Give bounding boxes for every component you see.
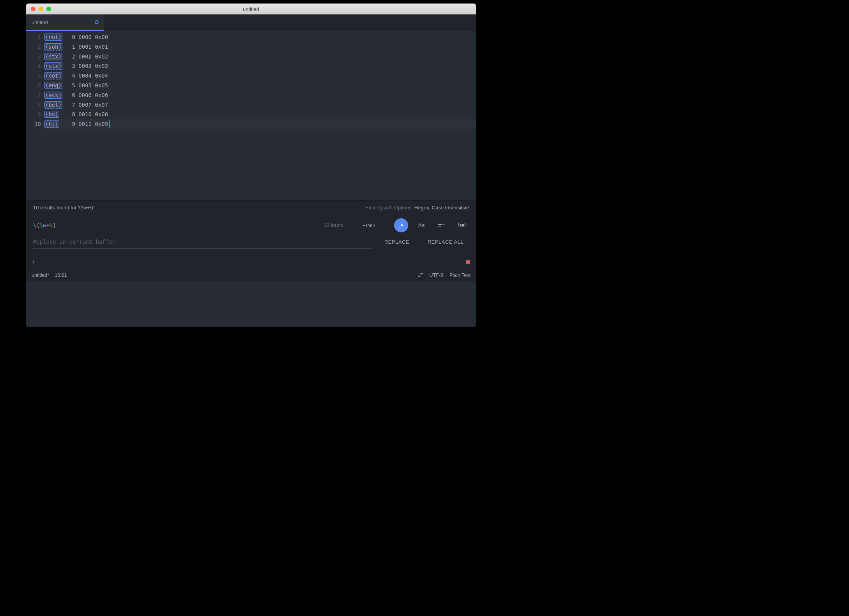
minimize-window-button[interactable] [39,7,43,11]
code-line[interactable]: (ht) 9 0011 0x09 [45,119,476,129]
find-and-replace-panel: 10 results found for '\(\w+\)' Finding w… [26,200,476,255]
code-line[interactable]: (stx) 2 0002 0x02 [45,52,476,62]
svg-rect-4 [465,223,465,227]
code-text: 9 0011 0x09 [59,121,108,127]
find-row: \(\w+\) 10 found FIND .* Aa [26,214,476,235]
search-match-highlight: (etx) [44,62,62,69]
status-line-ending[interactable]: LF [417,273,423,278]
find-count-badge: 10 found [324,222,343,228]
code-line[interactable]: (ack) 6 0006 0x06 [45,90,476,100]
line-number: 8 [26,100,45,110]
case-icon: Aa [418,222,424,228]
code-text: 8 0010 0x08 [59,111,108,117]
text-editor[interactable]: 12345678910 (nul) 0 0000 0x00(soh) 1 000… [26,31,476,200]
regex-toggle[interactable]: .* [394,218,408,232]
close-window-button[interactable] [31,7,35,11]
svg-rect-2 [438,226,441,227]
line-number: 5 [26,71,45,81]
code-text: 3 0003 0x03 [62,63,108,69]
zoom-window-button[interactable] [46,7,51,11]
editor-window: untitled untitled 12345678910 (nul) 0 00… [26,4,476,327]
code-line[interactable]: (enq) 5 0005 0x05 [45,81,476,90]
line-number: 6 [26,81,45,90]
replace-all-button[interactable]: REPLACE ALL [422,236,469,248]
find-option-icons: .* Aa [394,218,469,232]
search-match-highlight: (soh) [44,43,62,50]
selection-icon [438,223,445,228]
status-right: LF UTF-8 Plain Text [417,273,470,278]
titlebar: untitled [26,4,476,14]
line-number: 10 [26,119,45,129]
tab-untitled[interactable]: untitled [26,14,104,31]
code-text: 6 0006 0x06 [62,92,108,98]
search-match-highlight: (ack) [44,92,62,99]
case-sensitive-toggle[interactable]: Aa [414,218,428,232]
find-options-summary: Finding with Options: Regex, Case Insens… [366,205,469,211]
panel-footer: + ✖ [26,255,476,269]
text-cursor [109,120,110,128]
replace-row: Replace in current buffer REPLACE REPLAC… [26,235,476,255]
close-panel-button[interactable]: ✖ [465,258,470,266]
traffic-lights [26,7,51,11]
line-number: 7 [26,90,45,100]
replace-placeholder: Replace in current buffer [33,239,115,245]
code-line[interactable]: (bel) 7 0007 0x07 [45,100,476,110]
line-number: 4 [26,61,45,71]
wrap-guide [374,31,374,200]
code-line[interactable]: (bs) 8 0010 0x08 [45,110,476,119]
code-line[interactable]: (eot) 4 0004 0x04 [45,71,476,81]
find-status-row: 10 results found for '\(\w+\)' Finding w… [26,201,476,214]
svg-rect-6 [462,224,463,227]
gutter: 12345678910 [26,31,45,200]
replace-button[interactable]: REPLACE [379,236,414,248]
svg-rect-7 [463,224,464,227]
find-pattern-display: \(\w+\) [33,222,56,228]
search-match-highlight: (stx) [44,53,62,60]
code-line[interactable]: (etx) 3 0003 0x03 [45,61,476,71]
tab-modified-icon[interactable] [95,20,99,24]
window-title: untitled [243,6,259,12]
line-number: 1 [26,32,45,42]
line-number: 3 [26,52,45,62]
svg-rect-5 [460,224,461,227]
code-text: 1 0001 0x01 [62,44,108,50]
replace-input[interactable]: Replace in current buffer [33,235,371,249]
add-panel-button[interactable]: + [32,258,36,266]
status-cursor-position[interactable]: 10:21 [55,273,67,278]
search-match-highlight: (enq) [44,82,62,89]
status-bar: untitled* 10:21 LF UTF-8 Plain Text [26,269,476,281]
find-button[interactable]: FIND [351,219,386,232]
code-line[interactable]: (nul) 0 0000 0x00 [45,32,476,42]
svg-rect-1 [442,224,445,225]
svg-rect-0 [438,224,442,225]
search-match-highlight: (bs) [44,111,59,118]
find-results-count: 10 results found for '\(\w+\)' [33,205,94,211]
search-match-highlight: (ht) [44,120,59,127]
status-encoding[interactable]: UTF-8 [430,273,443,278]
code-text: 0 0000 0x00 [62,34,108,40]
search-match-highlight: (nul) [44,34,62,41]
line-number: 9 [26,110,45,119]
regex-icon: .* [399,222,403,229]
code-area[interactable]: (nul) 0 0000 0x00(soh) 1 0001 0x01(stx) … [45,31,476,200]
svg-rect-3 [458,223,459,227]
tab-label: untitled [32,19,48,25]
whole-word-icon [458,223,465,228]
whole-word-toggle[interactable] [455,218,469,232]
search-match-highlight: (eot) [44,72,62,79]
status-filename[interactable]: untitled* [32,273,49,278]
tab-bar: untitled [26,14,476,31]
code-text: 4 0004 0x04 [62,73,108,79]
status-grammar[interactable]: Plain Text [449,273,470,278]
status-left: untitled* 10:21 [32,273,67,278]
line-number: 2 [26,42,45,52]
code-text: 2 0002 0x02 [62,53,108,60]
search-match-highlight: (bel) [44,101,62,108]
code-text: 5 0005 0x05 [62,82,108,89]
selection-only-toggle[interactable] [435,218,449,232]
code-text: 7 0007 0x07 [62,102,108,108]
code-line[interactable]: (soh) 1 0001 0x01 [45,42,476,52]
find-input[interactable]: \(\w+\) 10 found [33,220,343,231]
